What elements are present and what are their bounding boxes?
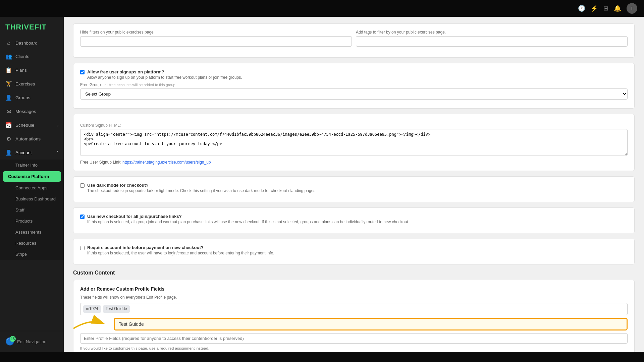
groups-icon: 👤 — [5, 95, 12, 101]
custom-html-label: Custom Signup HTML: — [80, 123, 628, 128]
require-account-label: Require account info before payment on n… — [87, 245, 274, 250]
dark-mode-checkbox[interactable] — [80, 183, 85, 188]
require-account-section: Require account info before payment on n… — [73, 239, 635, 264]
dark-mode-desc: The checkout redesign supports dark or l… — [87, 188, 317, 193]
brand-logo: THRIVEFIT — [0, 17, 64, 36]
dark-mode-label: Use dark mode for checkout? — [87, 183, 317, 188]
sidebar-item-trainer-info[interactable]: Trainer Info — [0, 160, 64, 171]
new-checkout-desc: If this option is selected, all group jo… — [87, 220, 408, 224]
hide-filters-label: Hide filters on your public exercises pa… — [80, 30, 352, 35]
free-group-select-group: Free Group all free accounts will be add… — [80, 82, 628, 100]
signup-link-text: Free User Signup Link: https://trainer.s… — [80, 160, 628, 165]
sidebar-item-account[interactable]: 👤 Account ˅ — [0, 146, 64, 160]
edit-nav-label: Edit Navigation — [17, 339, 46, 344]
sidebar-item-automations[interactable]: ⚙ Automations — [0, 132, 64, 146]
profile-field-input[interactable] — [80, 333, 628, 344]
profile-fields-tags: m1924 Test Guidde — [80, 303, 628, 315]
sidebar-item-clients[interactable]: 👥 Clients — [0, 50, 64, 63]
add-tags-label: Add tags to filter by on your public exe… — [356, 30, 628, 35]
edit-navigation-button[interactable]: 🔵 15 Edit Navigation — [0, 334, 64, 349]
account-submenu: Trainer Info Customize Platform Connecte… — [0, 160, 64, 260]
dark-mode-section: Use dark mode for checkout? The checkout… — [73, 176, 635, 202]
annotation-row — [80, 318, 628, 330]
custom-content-title: Custom Content — [73, 270, 635, 276]
bell-icon[interactable]: 🔔 — [614, 5, 621, 12]
add-tags-group: Add tags to filter by on your public exe… — [356, 30, 628, 47]
require-account-checkbox-row: Require account info before payment on n… — [80, 245, 628, 255]
sidebar-item-schedule[interactable]: 📅 Schedule › — [0, 118, 64, 132]
grid-icon[interactable]: ⊞ — [603, 5, 608, 12]
bottom-bar — [0, 352, 644, 362]
sidebar-item-stripe[interactable]: Stripe — [0, 249, 64, 260]
sidebar-item-assessments[interactable]: Assessments — [0, 227, 64, 238]
sidebar-item-dashboard[interactable]: ⌂ Dashboard — [0, 36, 64, 50]
free-signup-desc: Allow anyone to sign up on your platform… — [87, 75, 242, 80]
new-checkout-checkbox[interactable] — [80, 215, 85, 219]
hide-filters-input[interactable] — [80, 36, 352, 47]
tag-m1924: m1924 — [83, 305, 101, 313]
free-signup-section: Allow free user signups on platform? All… — [73, 63, 635, 109]
highlighted-field-container — [114, 318, 628, 330]
automations-icon: ⚙ — [5, 136, 12, 142]
require-account-desc: If this option is selected, the user wil… — [87, 251, 274, 255]
custom-html-textarea[interactable] — [80, 129, 628, 156]
free-signup-checkbox-row: Allow free user signups on platform? All… — [80, 69, 628, 80]
sidebar-item-customize-platform[interactable]: Customize Platform — [3, 171, 61, 182]
free-group-label: Free Group all free accounts will be add… — [80, 82, 628, 87]
chevron-right-icon: › — [57, 123, 58, 127]
sidebar-bottom: 🔵 15 Edit Navigation — [0, 331, 64, 352]
sidebar-item-products[interactable]: Products — [0, 216, 64, 227]
notification-count: 15 — [10, 336, 16, 342]
sidebar-item-exercises[interactable]: 🏋 Exercises — [0, 77, 64, 91]
plans-icon: 📋 — [5, 67, 12, 73]
sidebar-item-plans[interactable]: 📋 Plans — [0, 63, 64, 77]
exercises-icon: 🏋 — [5, 81, 12, 87]
messages-icon: ✉ — [5, 108, 12, 115]
schedule-icon: 📅 — [5, 122, 12, 128]
top-bar: 🕐 ⚡ ⊞ 🔔 T — [0, 0, 644, 17]
new-checkout-section: Use new checkout for all join/purchase l… — [73, 207, 635, 233]
signup-link[interactable]: https://trainer.staging.exercise.com/use… — [122, 160, 211, 165]
add-tags-input[interactable] — [356, 36, 628, 47]
custom-signup-section: Custom Signup HTML: Free User Signup Lin… — [73, 114, 635, 171]
custom-profile-desc: These fields will show on everyone's Edi… — [80, 295, 628, 300]
highlighted-profile-field-input[interactable] — [117, 320, 624, 328]
arrow-annotation — [70, 315, 110, 333]
account-icon: 👤 — [5, 149, 12, 156]
new-checkout-label: Use new checkout for all join/purchase l… — [87, 214, 408, 219]
filters-section: Hide filters on your public exercises pa… — [73, 23, 635, 58]
custom-html-group: Custom Signup HTML: — [80, 123, 628, 157]
clients-icon: 👥 — [5, 53, 12, 60]
new-checkout-checkbox-row: Use new checkout for all join/purchase l… — [80, 214, 628, 224]
custom-profile-title: Add or Remove Custom Profile Fields — [80, 286, 628, 292]
home-icon: ⌂ — [5, 40, 12, 46]
lightning-icon[interactable]: ⚡ — [591, 5, 598, 12]
chevron-down-icon: ˅ — [56, 150, 58, 155]
main-content: Hide filters on your public exercises pa… — [64, 17, 644, 352]
avatar[interactable]: T — [627, 3, 637, 14]
require-account-checkbox[interactable] — [80, 246, 85, 250]
sidebar-item-staff[interactable]: Staff — [0, 204, 64, 216]
free-signup-checkbox[interactable] — [80, 70, 85, 74]
profile-field-helper: If you would like to customize this page… — [80, 346, 628, 350]
sidebar-item-groups[interactable]: 👤 Groups — [0, 91, 64, 105]
free-signup-label: Allow free user signups on platform? — [87, 69, 242, 74]
sidebar: THRIVEFIT ⌂ Dashboard 👥 Clients 📋 Plans … — [0, 17, 64, 352]
dark-mode-checkbox-row: Use dark mode for checkout? The checkout… — [80, 183, 628, 193]
sidebar-item-messages[interactable]: ✉ Messages — [0, 105, 64, 118]
hide-filters-group: Hide filters on your public exercises pa… — [80, 30, 352, 47]
custom-profile-section: Add or Remove Custom Profile Fields Thes… — [73, 280, 635, 352]
sidebar-item-connected-apps[interactable]: Connected Apps — [0, 182, 64, 193]
custom-content-header: Custom Content — [73, 270, 635, 276]
tag-test-guidde: Test Guidde — [103, 305, 130, 313]
free-group-select[interactable]: Select Group — [80, 88, 628, 100]
sidebar-item-resources[interactable]: Resources — [0, 238, 64, 249]
sidebar-item-business-dashboard[interactable]: Business Dashboard — [0, 193, 64, 204]
filters-row: Hide filters on your public exercises pa… — [80, 30, 628, 47]
sidebar-nav: ⌂ Dashboard 👥 Clients 📋 Plans 🏋 Exercise… — [0, 36, 64, 331]
clock-icon[interactable]: 🕐 — [578, 5, 585, 12]
